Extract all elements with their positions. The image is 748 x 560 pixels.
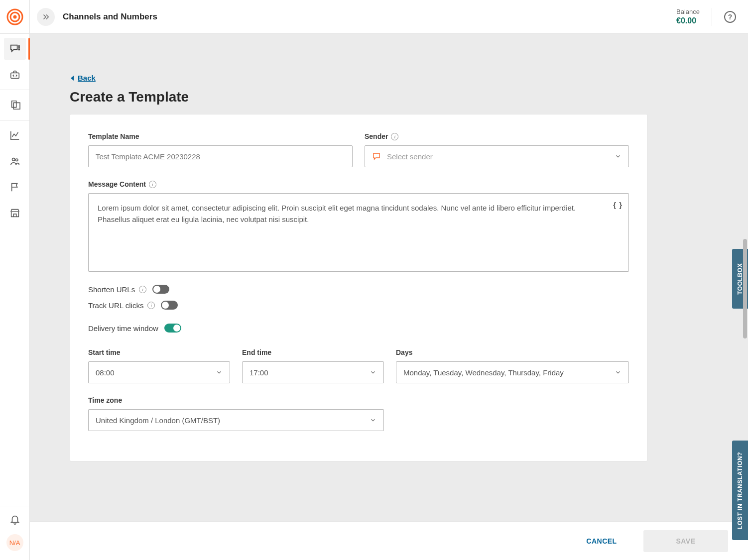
end-time-label: End time: [242, 348, 384, 356]
page-title: Create a Template: [70, 89, 647, 105]
chevron-down-icon: [615, 153, 622, 160]
delivery-window-label: Delivery time window: [88, 324, 158, 333]
flag-icon: [9, 182, 20, 193]
chevron-double-right-icon: [41, 12, 50, 21]
info-icon[interactable]: i: [149, 181, 156, 188]
info-icon[interactable]: i: [391, 133, 398, 140]
svg-point-7: [12, 158, 15, 161]
briefcase-code-icon: [9, 69, 20, 80]
chevron-down-icon: [216, 369, 223, 376]
sidebar-item-analytics[interactable]: [4, 124, 26, 146]
main-content: Back Create a Template Template Name Sen…: [30, 34, 748, 560]
template-name-label: Template Name: [88, 132, 353, 140]
info-icon[interactable]: i: [147, 302, 155, 309]
sidebar-item-code[interactable]: [4, 64, 26, 86]
chevron-down-icon: [615, 369, 622, 376]
back-link[interactable]: Back: [70, 74, 96, 82]
avatar[interactable]: N/A: [6, 534, 23, 551]
svg-point-8: [15, 159, 18, 161]
bell-icon: [9, 514, 20, 525]
days-label: Days: [396, 348, 629, 356]
svg-point-2: [13, 15, 16, 18]
balance-display: Balance €0.00: [676, 8, 700, 25]
header: Channels and Numbers Balance €0.00 ?: [30, 0, 748, 34]
sidebar-item-channels[interactable]: [4, 38, 26, 60]
days-select[interactable]: Monday, Tuesday, Wednesday, Thursday, Fr…: [396, 361, 629, 383]
end-time-select[interactable]: 17:00: [242, 361, 384, 383]
start-time-select[interactable]: 08:00: [88, 361, 230, 383]
footer-actions: CANCEL SAVE: [30, 521, 748, 560]
message-icon: [372, 152, 381, 161]
svg-point-5: [18, 49, 19, 50]
template-name-input[interactable]: [88, 145, 353, 167]
store-icon: [9, 208, 20, 219]
sidebar-item-people[interactable]: [4, 150, 26, 172]
logo[interactable]: [0, 0, 29, 34]
lost-in-translation-tab[interactable]: LOST IN TRANSLATION?: [732, 441, 748, 540]
doc-transfer-icon: [9, 100, 20, 111]
start-time-label: Start time: [88, 348, 230, 356]
shorten-urls-label: Shorten URLs i: [88, 285, 146, 294]
delivery-window-toggle[interactable]: [164, 324, 181, 333]
save-button[interactable]: SAVE: [643, 530, 728, 552]
message-content-label: Message Content i: [88, 180, 156, 188]
notifications-button[interactable]: [4, 514, 26, 525]
cancel-button[interactable]: CANCEL: [572, 530, 631, 552]
sender-placeholder: Select sender: [387, 152, 609, 161]
info-icon[interactable]: i: [139, 286, 146, 293]
balance-value: €0.00: [676, 16, 700, 25]
chevron-down-icon: [370, 369, 376, 376]
separator: [712, 8, 712, 26]
sender-select[interactable]: Select sender: [365, 145, 629, 167]
sidebar-item-flag[interactable]: [4, 176, 26, 198]
sender-label: Sender i: [365, 132, 629, 140]
message-content-input[interactable]: Lorem ipsum dolor sit amet, consectetur …: [88, 193, 629, 272]
timezone-label: Time zone: [88, 396, 384, 404]
shorten-urls-toggle[interactable]: [152, 285, 169, 294]
expand-sidebar-button[interactable]: [37, 8, 55, 26]
chart-icon: [9, 130, 20, 141]
chat-icon: [9, 43, 20, 54]
timezone-select[interactable]: United Kingdom / London (GMT/BST): [88, 409, 384, 431]
svg-point-4: [18, 47, 19, 48]
track-clicks-toggle[interactable]: [161, 301, 178, 310]
back-label: Back: [78, 74, 96, 82]
sidebar-item-store[interactable]: [4, 202, 26, 224]
page-section-title: Channels and Numbers: [63, 12, 157, 22]
brand-logo-icon: [6, 8, 23, 25]
sidebar: N/A: [0, 0, 30, 560]
form-card: Template Name Sender i Select sender: [70, 114, 647, 461]
help-button[interactable]: ?: [724, 11, 736, 23]
svg-rect-6: [10, 73, 19, 78]
balance-label: Balance: [676, 8, 700, 15]
scrollbar[interactable]: [743, 239, 747, 338]
insert-placeholder-button[interactable]: { }: [613, 201, 623, 209]
track-clicks-label: Track URL clicks i: [88, 301, 155, 310]
chevron-down-icon: [370, 417, 376, 424]
people-icon: [9, 156, 20, 167]
svg-point-3: [18, 46, 19, 47]
triangle-left-icon: [70, 75, 75, 81]
sidebar-item-docs[interactable]: [4, 94, 26, 116]
